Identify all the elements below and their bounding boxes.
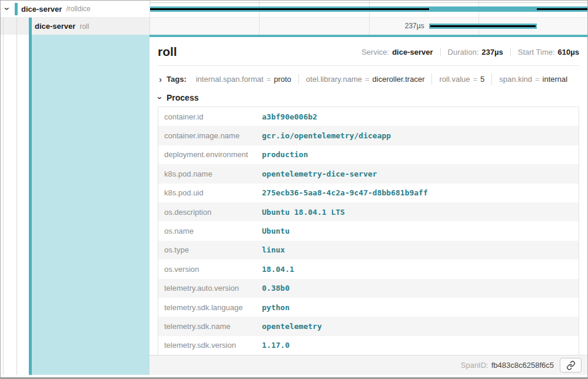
span-detail-footer: SpanID: fb483c8c6258f6c5 [150, 355, 587, 375]
span-duration-label: 237µs [405, 22, 424, 30]
process-key: container.id [158, 112, 262, 121]
meta-value: 610µs [558, 48, 579, 56]
tag-item: roll.value=5 [431, 74, 491, 85]
tag-equals: = [535, 75, 540, 84]
process-table-row: telemetry.auto.version 0.38b0 [158, 279, 579, 298]
process-value: 0.38b0 [262, 284, 290, 292]
jaeger-trace-window: › dice-server /rolldice dice-server roll… [0, 0, 588, 379]
process-value: linux [262, 245, 285, 254]
process-key: k8s.pod.uid [158, 188, 262, 197]
meta-value: dice-server [392, 48, 433, 56]
timeline-gridline [369, 1, 370, 35]
process-value: Ubuntu 18.04.1 LTS [262, 208, 345, 217]
meta-value: 237µs [481, 48, 503, 56]
tag-equals: = [267, 75, 271, 84]
process-table-row: telemetry.sdk.version 1.17.0 [158, 336, 579, 355]
tag-value: diceroller.tracer [373, 75, 425, 84]
process-key: container.image.name [158, 131, 262, 140]
span-bar-cell [150, 1, 587, 17]
timeline-ruler-edge [150, 2, 587, 3]
chevron-right-icon[interactable]: › [159, 75, 162, 84]
process-value: python [262, 303, 290, 312]
process-table-row: telemetry.sdk.name opentelemetry [158, 317, 579, 335]
process-key: telemetry.sdk.name [158, 322, 262, 331]
meta-item: Start Time:610µs [510, 48, 579, 56]
spanid-label: SpanID: [461, 361, 489, 370]
process-table-row: container.id a3bf90e006b2 [158, 107, 579, 126]
process-value: 1.17.0 [262, 341, 290, 350]
span-row-roll-selected[interactable]: dice-server roll 237µs [1, 18, 587, 35]
spanid-value: fb483c8c6258f6c5 [491, 361, 554, 370]
meta-item: Duration:237µs [440, 48, 503, 56]
process-key: os.description [158, 208, 262, 217]
process-table: container.id a3bf90e006b2 container.imag… [158, 107, 579, 355]
process-value: opentelemetry [262, 322, 322, 331]
critical-path-segment [537, 8, 587, 10]
timeline-gridline [479, 1, 479, 35]
process-table-row: os.type linux [158, 241, 579, 260]
process-key: os.version [158, 265, 262, 274]
tag-value: proto [274, 75, 291, 84]
process-value: gcr.io/opentelemetry/diceapp [262, 131, 391, 140]
tag-list: internal.span.format=proto otel.library.… [189, 74, 575, 85]
indent-guide [16, 18, 17, 375]
meta-label: Duration: [448, 48, 479, 56]
tag-value: internal [543, 75, 568, 84]
span-color-accent [15, 3, 18, 15]
process-key: telemetry.sdk.version [158, 341, 262, 350]
tags-label: Tags: [167, 75, 187, 84]
span-detail-header: roll Service:dice-server Duration:237µs … [158, 37, 579, 66]
process-key: os.name [158, 227, 262, 235]
process-table-row: deployment.environment production [158, 145, 579, 164]
process-key: telemetry.sdk.language [158, 303, 262, 312]
meta-label: Start Time: [518, 48, 555, 56]
process-value: a3bf90e006b2 [262, 112, 317, 121]
process-key: k8s.pod.name [158, 169, 262, 178]
tag-key: internal.span.format [196, 75, 264, 84]
span-bar-cell: 237µs [150, 18, 587, 35]
chevron-down-icon[interactable]: › [2, 7, 12, 10]
process-table-row: k8s.pod.name opentelemetry-dice-server [158, 164, 579, 183]
trace-timeline: › dice-server /rolldice dice-server roll… [1, 1, 587, 35]
copy-span-link-button[interactable] [560, 358, 582, 373]
link-icon [566, 361, 576, 370]
process-section-header[interactable]: › Process [158, 91, 579, 105]
service-name: dice-server [35, 22, 75, 31]
span-row-rolldice[interactable]: › dice-server /rolldice [1, 1, 587, 18]
tag-key: otel.library.name [306, 75, 362, 84]
process-table-row: os.description Ubuntu 18.04.1 LTS [158, 202, 579, 221]
process-value: 18.04.1 [262, 265, 294, 274]
critical-path-segment [150, 8, 429, 10]
process-label: Process [167, 93, 198, 102]
tag-equals: = [473, 75, 478, 84]
process-key: deployment.environment [158, 150, 262, 159]
tag-item: internal.span.format=proto [189, 74, 298, 85]
span-title: roll [158, 45, 177, 59]
tags-section-header[interactable]: › Tags: internal.span.format=proto otel.… [158, 71, 579, 87]
span-bar-rolldice[interactable] [150, 6, 587, 12]
span-bar-roll[interactable] [429, 24, 537, 29]
process-value: 275ecb36-5aa8-4c2a-9c47-d8bb681b9aff [262, 188, 428, 197]
tag-item: otel.library.name=diceroller.tracer [298, 74, 432, 85]
span-name-cell[interactable]: dice-server roll [1, 18, 150, 35]
chevron-down-icon[interactable]: › [156, 97, 165, 99]
tag-key: roll.value [439, 75, 470, 84]
process-table-row: container.image.name gcr.io/opentelemetr… [158, 126, 579, 145]
process-key: telemetry.auto.version [158, 284, 262, 292]
process-key: os.type [158, 245, 262, 254]
process-table-row: os.name Ubuntu [158, 221, 579, 240]
process-value: Ubuntu [262, 227, 290, 235]
tag-key: span.kind [499, 75, 532, 84]
span-meta: Service:dice-server Duration:237µs Start… [361, 48, 579, 56]
tag-equals: = [365, 75, 370, 84]
timeline-gridline [259, 1, 260, 35]
span-detail-panel: roll Service:dice-server Duration:237µs … [150, 35, 587, 375]
tag-value: 5 [480, 75, 484, 84]
service-name: dice-server [21, 5, 62, 14]
span-name-cell[interactable]: › dice-server /rolldice [1, 1, 150, 17]
process-value: production [262, 150, 308, 159]
process-table-row: os.version 18.04.1 [158, 260, 579, 278]
selected-span-accent-bar [29, 18, 32, 375]
process-value: opentelemetry-dice-server [262, 169, 377, 178]
meta-item: Service:dice-server [361, 48, 433, 56]
